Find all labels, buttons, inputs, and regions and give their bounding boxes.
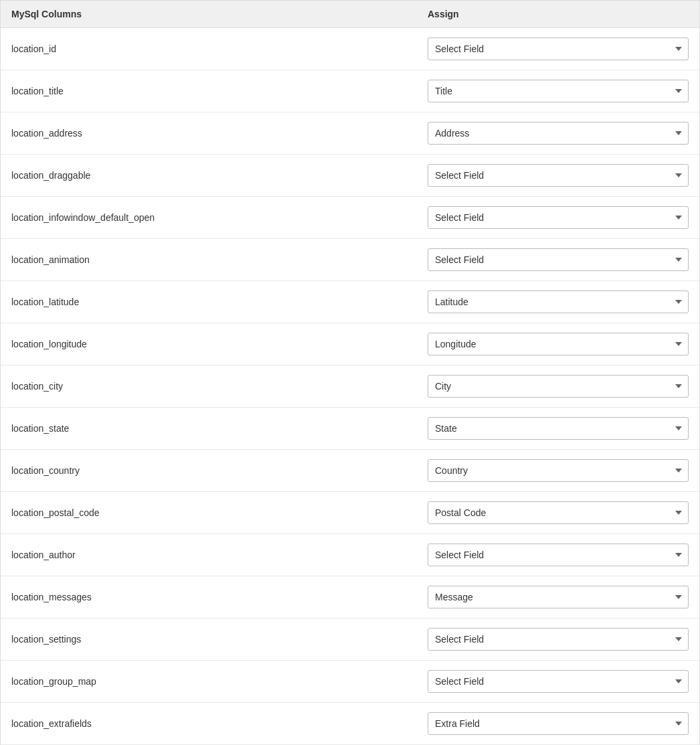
field-select[interactable]: Select FieldTitleAddressLatitudeLongitud… — [428, 291, 689, 313]
column-label: location_author — [11, 550, 428, 560]
field-select[interactable]: Select FieldTitleAddressLatitudeLongitud… — [428, 670, 689, 693]
select-wrapper: Select FieldTitleAddressLatitudeLongitud… — [428, 291, 689, 313]
header-mysql-columns: MySql Columns — [11, 9, 428, 19]
column-label: location_group_map — [11, 676, 428, 687]
field-select[interactable]: Select FieldTitleAddressLatitudeLongitud… — [428, 417, 689, 440]
select-wrapper: Select FieldTitleAddressLatitudeLongitud… — [428, 628, 689, 651]
column-label: location_id — [11, 44, 428, 54]
field-select[interactable]: Select FieldTitleAddressLatitudeLongitud… — [428, 586, 689, 608]
field-select[interactable]: Select FieldTitleAddressLatitudeLongitud… — [428, 164, 689, 187]
field-select-wrapper: Select FieldTitleAddressLatitudeLongitud… — [428, 333, 689, 355]
field-select-wrapper: Select FieldTitleAddressLatitudeLongitud… — [428, 670, 689, 693]
field-select-wrapper: Select FieldTitleAddressLatitudeLongitud… — [428, 586, 689, 608]
column-label: location_address — [11, 128, 428, 139]
rows-container: location_idSelect FieldTitleAddressLatit… — [1, 28, 699, 745]
select-wrapper: Select FieldTitleAddressLatitudeLongitud… — [428, 586, 689, 608]
field-select[interactable]: Select FieldTitleAddressLatitudeLongitud… — [428, 501, 689, 524]
select-wrapper: Select FieldTitleAddressLatitudeLongitud… — [428, 417, 689, 440]
field-select-wrapper: Select FieldTitleAddressLatitudeLongitud… — [428, 248, 689, 271]
select-wrapper: Select FieldTitleAddressLatitudeLongitud… — [428, 544, 689, 566]
table-row: location_postal_codeSelect FieldTitleAdd… — [1, 492, 699, 534]
table-header: MySql Columns Assign — [1, 1, 699, 28]
table-row: location_animationSelect FieldTitleAddre… — [1, 239, 699, 281]
table-row: location_titleSelect FieldTitleAddressLa… — [1, 70, 699, 112]
field-select[interactable]: Select FieldTitleAddressLatitudeLongitud… — [428, 37, 689, 60]
table-row: location_extrafieldsSelect FieldTitleAdd… — [1, 703, 699, 745]
field-select-wrapper: Select FieldTitleAddressLatitudeLongitud… — [428, 628, 689, 651]
field-select-wrapper: Select FieldTitleAddressLatitudeLongitud… — [428, 544, 689, 566]
field-select[interactable]: Select FieldTitleAddressLatitudeLongitud… — [428, 122, 689, 145]
column-label: location_latitude — [11, 297, 428, 307]
field-select-wrapper: Select FieldTitleAddressLatitudeLongitud… — [428, 37, 689, 60]
table-row: location_authorSelect FieldTitleAddressL… — [1, 534, 699, 576]
column-label: location_country — [11, 465, 428, 476]
field-select[interactable]: Select FieldTitleAddressLatitudeLongitud… — [428, 248, 689, 271]
field-select-wrapper: Select FieldTitleAddressLatitudeLongitud… — [428, 417, 689, 440]
table-row: location_countrySelect FieldTitleAddress… — [1, 450, 699, 492]
select-wrapper: Select FieldTitleAddressLatitudeLongitud… — [428, 712, 689, 735]
field-select[interactable]: Select FieldTitleAddressLatitudeLongitud… — [428, 712, 689, 735]
column-label: location_extrafields — [11, 718, 428, 729]
field-select-wrapper: Select FieldTitleAddressLatitudeLongitud… — [428, 291, 689, 313]
field-select[interactable]: Select FieldTitleAddressLatitudeLongitud… — [428, 544, 689, 566]
column-label: location_draggable — [11, 170, 428, 181]
table-row: location_latitudeSelect FieldTitleAddres… — [1, 281, 699, 323]
field-select-wrapper: Select FieldTitleAddressLatitudeLongitud… — [428, 375, 689, 398]
table-row: location_messagesSelect FieldTitleAddres… — [1, 576, 699, 618]
field-select-wrapper: Select FieldTitleAddressLatitudeLongitud… — [428, 206, 689, 229]
field-select[interactable]: Select FieldTitleAddressLatitudeLongitud… — [428, 375, 689, 398]
column-label: location_animation — [11, 254, 428, 265]
select-wrapper: Select FieldTitleAddressLatitudeLongitud… — [428, 206, 689, 229]
field-select-wrapper: Select FieldTitleAddressLatitudeLongitud… — [428, 122, 689, 145]
table-row: location_draggableSelect FieldTitleAddre… — [1, 155, 699, 197]
table-row: location_idSelect FieldTitleAddressLatit… — [1, 28, 699, 70]
table-row: location_addressSelect FieldTitleAddress… — [1, 112, 699, 155]
field-select-wrapper: Select FieldTitleAddressLatitudeLongitud… — [428, 459, 689, 482]
column-label: location_messages — [11, 592, 428, 602]
field-select[interactable]: Select FieldTitleAddressLatitudeLongitud… — [428, 459, 689, 482]
column-label: location_title — [11, 86, 428, 96]
column-label: location_infowindow_default_open — [11, 212, 428, 223]
table-row: location_stateSelect FieldTitleAddressLa… — [1, 408, 699, 450]
table-row: location_longitudeSelect FieldTitleAddre… — [1, 323, 699, 365]
select-wrapper: Select FieldTitleAddressLatitudeLongitud… — [428, 333, 689, 355]
column-label: location_longitude — [11, 339, 428, 349]
table-row: location_group_mapSelect FieldTitleAddre… — [1, 661, 699, 703]
table-row: location_infowindow_default_openSelect F… — [1, 197, 699, 239]
select-wrapper: Select FieldTitleAddressLatitudeLongitud… — [428, 122, 689, 145]
select-wrapper: Select FieldTitleAddressLatitudeLongitud… — [428, 164, 689, 187]
field-select-wrapper: Select FieldTitleAddressLatitudeLongitud… — [428, 80, 689, 102]
field-select[interactable]: Select FieldTitleAddressLatitudeLongitud… — [428, 628, 689, 651]
header-assign: Assign — [428, 9, 689, 19]
table-row: location_settingsSelect FieldTitleAddres… — [1, 618, 699, 661]
column-label: location_settings — [11, 634, 428, 645]
field-select-wrapper: Select FieldTitleAddressLatitudeLongitud… — [428, 501, 689, 524]
column-label: location_city — [11, 381, 428, 392]
field-select-wrapper: Select FieldTitleAddressLatitudeLongitud… — [428, 164, 689, 187]
mapping-table: MySql Columns Assign location_idSelect F… — [0, 0, 700, 745]
select-wrapper: Select FieldTitleAddressLatitudeLongitud… — [428, 670, 689, 693]
field-select[interactable]: Select FieldTitleAddressLatitudeLongitud… — [428, 80, 689, 102]
select-wrapper: Select FieldTitleAddressLatitudeLongitud… — [428, 501, 689, 524]
field-select[interactable]: Select FieldTitleAddressLatitudeLongitud… — [428, 206, 689, 229]
field-select[interactable]: Select FieldTitleAddressLatitudeLongitud… — [428, 333, 689, 355]
field-select-wrapper: Select FieldTitleAddressLatitudeLongitud… — [428, 712, 689, 735]
column-label: location_postal_code — [11, 507, 428, 518]
select-wrapper: Select FieldTitleAddressLatitudeLongitud… — [428, 375, 689, 398]
select-wrapper: Select FieldTitleAddressLatitudeLongitud… — [428, 459, 689, 482]
select-wrapper: Select FieldTitleAddressLatitudeLongitud… — [428, 37, 689, 60]
select-wrapper: Select FieldTitleAddressLatitudeLongitud… — [428, 80, 689, 102]
column-label: location_state — [11, 423, 428, 434]
select-wrapper: Select FieldTitleAddressLatitudeLongitud… — [428, 248, 689, 271]
table-row: location_citySelect FieldTitleAddressLat… — [1, 365, 699, 408]
